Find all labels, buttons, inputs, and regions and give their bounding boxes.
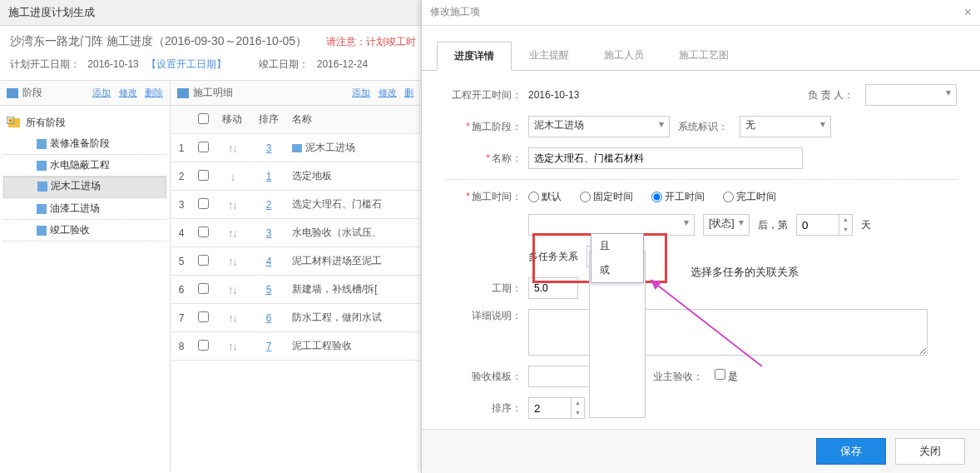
name-label: *名称：: [445, 152, 528, 166]
set-start-date-link[interactable]: 【设置开工日期】: [146, 58, 226, 70]
stage-add-link[interactable]: 添加: [92, 87, 111, 97]
close-button[interactable]: 关闭: [895, 438, 965, 465]
row-checkbox[interactable]: [198, 283, 209, 294]
move-arrows-icon[interactable]: ↑↓: [228, 255, 236, 268]
tree-root[interactable]: - 所有阶段: [3, 112, 166, 133]
step-up-icon[interactable]: ▲: [839, 215, 852, 225]
tab-process-diagram[interactable]: 施工工艺图: [661, 41, 746, 70]
sort-stepper[interactable]: ▲▼: [528, 397, 585, 419]
desc-textarea[interactable]: [528, 309, 928, 356]
col-sort: 排序: [250, 106, 287, 134]
row-checkbox[interactable]: [198, 170, 209, 181]
row-index: 7: [171, 304, 192, 332]
duration-label: 工期：: [445, 281, 528, 296]
state-select[interactable]: [状态]▾: [703, 214, 750, 236]
tree-item[interactable]: 油漆工进场: [3, 198, 166, 220]
row-sort-link[interactable]: 7: [266, 341, 272, 352]
move-arrows-icon[interactable]: ↑↓: [228, 198, 236, 212]
move-arrows-icon[interactable]: ↓: [230, 170, 235, 183]
save-button[interactable]: 保存: [816, 438, 886, 465]
stage-del-link[interactable]: 删除: [145, 87, 163, 97]
dialog-close-icon[interactable]: ×: [964, 5, 972, 20]
table-row[interactable]: 8↑↓7泥工工程验收: [171, 332, 420, 361]
tree-item[interactable]: 装修准备阶段: [3, 133, 166, 155]
detail-edit-link[interactable]: 修改: [379, 87, 397, 97]
stage-edit-link[interactable]: 修改: [119, 87, 137, 97]
move-arrows-icon[interactable]: ↑↓: [228, 340, 236, 353]
desc-label: 详细说明：: [445, 309, 528, 323]
step-up-icon[interactable]: ▲: [572, 398, 584, 408]
row-name: 选定大理石、门槛石: [287, 191, 420, 219]
table-row[interactable]: 3↑↓2选定大理石、门槛石: [171, 191, 420, 219]
row-checkbox[interactable]: [198, 255, 209, 266]
move-arrows-icon[interactable]: ↑↓: [228, 283, 236, 296]
step-down-icon[interactable]: ▼: [572, 408, 584, 418]
tree-item[interactable]: 竣工验收: [3, 220, 166, 241]
tree-item[interactable]: 水电隐蔽工程: [3, 155, 166, 177]
time-label: *施工时间：: [445, 190, 528, 204]
warning-text: 请注意：计划竣工时: [326, 36, 416, 47]
time-opt-fixed[interactable]: 固定时间: [580, 190, 633, 204]
table-row[interactable]: 5↑↓4泥工材料进场至泥工: [171, 247, 420, 276]
time-opt-default[interactable]: 默认: [528, 190, 562, 204]
table-row[interactable]: 6↑↓5新建墙，补线槽/拆[: [171, 276, 420, 304]
stage-select[interactable]: 泥木工进场▾: [528, 116, 670, 137]
tree-root-label: 所有阶段: [26, 117, 66, 128]
start-time-label: 工程开工时间：: [445, 88, 528, 102]
row-sort-link[interactable]: 3: [266, 227, 272, 239]
move-arrows-icon[interactable]: ↑↓: [228, 227, 236, 240]
tab-workers[interactable]: 施工人员: [587, 41, 661, 70]
row-name: 选定地板: [287, 162, 420, 191]
row-sort-link[interactable]: 2: [266, 199, 272, 211]
table-row[interactable]: 2↓1选定地板: [171, 162, 420, 191]
step-down-icon[interactable]: ▼: [839, 225, 852, 235]
item-icon: [292, 144, 302, 152]
row-checkbox[interactable]: [198, 311, 209, 322]
dropdown-option-and[interactable]: 且: [591, 234, 643, 258]
table-row[interactable]: 1↑↓3泥木工进场: [171, 134, 420, 162]
stage-tree: - 所有阶段 装修准备阶段 水电隐蔽工程 泥木工进场 油漆工进场 竣工验收: [0, 106, 170, 248]
time-opt-start[interactable]: 开工时间: [651, 190, 705, 204]
select-all-checkbox[interactable]: [198, 113, 209, 124]
detail-del-link[interactable]: 删: [404, 87, 413, 97]
move-arrows-icon[interactable]: ↑↓: [228, 311, 236, 325]
template-label: 验收模板：: [445, 370, 528, 384]
tree-item-label: 装修准备阶段: [50, 137, 110, 149]
move-arrows-icon[interactable]: ↑↓: [228, 142, 236, 155]
multi-task-dropdown-popup: 且 或: [591, 233, 644, 283]
row-sort-link[interactable]: 5: [266, 284, 272, 296]
name-input[interactable]: [528, 147, 803, 169]
row-sort-link[interactable]: 6: [266, 312, 272, 324]
sort-input[interactable]: [529, 398, 571, 418]
duration-input[interactable]: [528, 277, 578, 299]
detail-grid: 移动 排序 名称 1↑↓3泥木工进场2↓1选定地板3↑↓2选定大理石、门槛石4↑…: [171, 106, 420, 361]
annotation-text: 选择多任务的关联关系: [690, 265, 799, 280]
tree-item[interactable]: 泥木工进场: [3, 177, 166, 198]
row-index: 2: [171, 162, 192, 191]
table-row[interactable]: 7↑↓6防水工程，做闭水试: [171, 304, 420, 332]
owner-select[interactable]: ▾: [865, 84, 957, 106]
row-sort-link[interactable]: 4: [266, 256, 272, 267]
owner-accept-checkbox[interactable]: 是: [715, 369, 738, 384]
tab-progress-detail[interactable]: 进度详情: [437, 42, 512, 71]
row-sort-link[interactable]: 1: [266, 171, 272, 182]
row-sort-link[interactable]: 3: [266, 142, 272, 154]
row-checkbox[interactable]: [198, 340, 209, 351]
row-index: 8: [171, 332, 192, 361]
row-name: 防水工程，做闭水试: [287, 304, 420, 332]
detail-add-link[interactable]: 添加: [352, 87, 370, 97]
after-days-stepper[interactable]: ▲▼: [796, 214, 853, 236]
table-row[interactable]: 4↑↓3水电验收（水试压、: [171, 219, 420, 247]
owner-accept-label: 业主验收：: [653, 370, 703, 384]
tab-owner-remind[interactable]: 业主提醒: [512, 41, 587, 70]
dropdown-option-or[interactable]: 或: [591, 258, 643, 282]
sort-label: 排序：: [445, 401, 528, 416]
row-checkbox[interactable]: [198, 142, 209, 152]
row-checkbox[interactable]: [198, 198, 209, 209]
sysid-select[interactable]: 无▾: [740, 116, 831, 137]
collapse-icon[interactable]: -: [7, 117, 14, 124]
time-opt-end[interactable]: 完工时间: [723, 190, 776, 204]
after-days-input[interactable]: [797, 215, 839, 235]
dialog-titlebar: 修改施工项 ×: [422, 0, 980, 26]
row-checkbox[interactable]: [198, 227, 209, 237]
